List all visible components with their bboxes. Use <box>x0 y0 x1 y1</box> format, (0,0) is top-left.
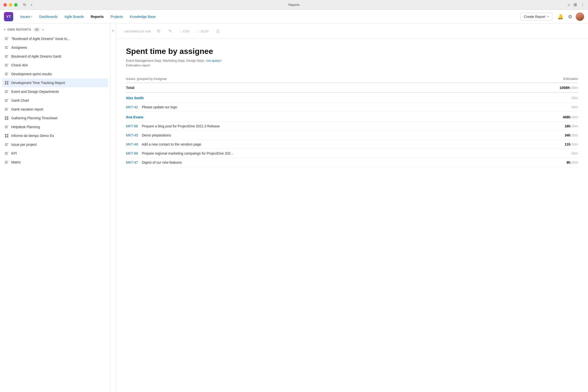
sidebar-item-label: Gathering Planning Timesheet <box>11 116 57 120</box>
issue-row-mkt-46: MKT-46 Add a new contact to the vendors … <box>126 140 578 149</box>
issue-title: Prepare a blog post for ProjectOne 2021.… <box>142 124 220 128</box>
issue-title: Digest of our new features <box>142 160 182 164</box>
minimize-button[interactable] <box>9 3 12 6</box>
sidebar-collapse-icon[interactable]: ▾ <box>4 28 6 31</box>
puzzle-icon[interactable]: ⊞ <box>574 2 577 7</box>
report-icon-lines <box>4 45 9 50</box>
issue-title: Prepare regional marketing campaings for… <box>142 152 234 155</box>
sidebar-item-assignees[interactable]: Assignees <box>2 43 108 52</box>
sidebar-item-helpdesk[interactable]: Helpdesk Planning <box>2 122 108 131</box>
content-toolbar: calculated just now ↻ ✎ ↓ CSV ↓ XLSX ⎙ <box>116 24 588 39</box>
sidebar-item-label: Event and Design Departments <box>11 90 59 94</box>
issue-time: 8h 00m <box>512 158 578 167</box>
issue-id-link-mkt-46[interactable]: MKT-46 <box>126 142 138 146</box>
sidebar-item-gantt-vacation[interactable]: Gantt vacation report <box>2 105 108 114</box>
nav-agile-boards[interactable]: Agile Boards <box>62 13 87 20</box>
create-report-label: Create Report <box>524 15 545 18</box>
sidebar-sort-icon[interactable]: ▾ <box>42 28 44 31</box>
sidebar: ▾ OWN REPORTS 56 ▾ "Boulevard of Agile D… <box>0 24 110 392</box>
col-assignee-header: Issues, grouped by Assignee <box>126 75 512 83</box>
report-icon-lines <box>4 98 9 103</box>
report-icon-lines <box>4 151 9 156</box>
download-xlsx-icon: ↓ <box>198 29 199 33</box>
csv-label: CSV <box>183 30 190 33</box>
sidebar-item-label: Development sprint results <box>11 72 52 76</box>
report-icon-lines <box>4 54 9 58</box>
issue-id-link-mkt-47[interactable]: MKT-47 <box>126 160 138 164</box>
notification-bell-icon[interactable]: 🔔 <box>556 13 564 20</box>
issue-id-link-mkt-86[interactable]: MKT-86 <box>126 124 138 128</box>
report-icon-grid <box>4 134 9 138</box>
sidebar-item-boulevard-gantt[interactable]: Boulevard of Agile Dreams Gantt <box>2 52 108 61</box>
sidebar-item-dev-sprint[interactable]: Development sprint results <box>2 70 108 78</box>
issue-cell: MKT-42 Please update our logo <box>126 103 512 112</box>
sidebar-item-event-design[interactable]: Event and Design Departments <box>2 87 108 96</box>
report-icon-lines <box>4 160 9 164</box>
edit-button[interactable]: ✎ <box>166 28 174 35</box>
settings-icon[interactable]: ⚙ <box>567 13 573 20</box>
report-type: Estimation report <box>126 64 578 67</box>
issue-title: Please update our logo <box>142 105 177 109</box>
search-icon[interactable]: ⌕ <box>568 2 570 7</box>
group-assignee[interactable]: Alex Smith <box>126 92 512 103</box>
window-title: Reports <box>288 3 300 6</box>
sidebar-item-label: Check 404 <box>11 63 28 67</box>
sidebar-item-gathering-planning[interactable]: Gathering Planning Timesheet <box>2 114 108 122</box>
sidebar-list: "Boulevard of Agile Dreams" issue to...A… <box>0 34 110 392</box>
total-minutes: 00m <box>571 86 578 90</box>
report-table: Issues, grouped by Assignee Estimation T… <box>126 75 578 167</box>
sidebar-item-label: Informe de tiempo Demo Es <box>11 134 54 138</box>
issue-cell: MKT-89 Prepare regional marketing campai… <box>126 149 512 158</box>
download-csv-button[interactable]: ↓ CSV <box>178 28 192 34</box>
sidebar-item-dev-time-tracking[interactable]: Development Time Tracking Report <box>2 78 108 87</box>
group-row-alex-smith: Alex Smith 00m <box>126 92 578 103</box>
download-xlsx-button[interactable]: ↓ XLSX <box>196 28 211 34</box>
nav-reports[interactable]: Reports <box>88 13 106 20</box>
sidebar-collapse-button[interactable]: « <box>110 24 116 392</box>
sidebar-item-boulevard-issue[interactable]: "Boulevard of Agile Dreams" issue to... <box>2 34 108 43</box>
issue-id-link-mkt-45[interactable]: MKT-45 <box>126 133 138 137</box>
titlebar-actions: ⌕ ⊞ ⋮ <box>568 2 584 7</box>
group-total: 00m <box>512 92 578 103</box>
group-assignee[interactable]: Ana Evans <box>126 112 512 122</box>
refresh-button[interactable]: ↻ <box>155 28 162 35</box>
nav-dashboards[interactable]: Dashboards <box>36 13 60 20</box>
sidebar-item-matrix[interactable]: Matrix <box>2 158 108 166</box>
issue-time: 16h 00m <box>512 122 578 131</box>
sidebar-item-label: Assignees <box>11 46 27 50</box>
sidebar-item-informe-tiempo[interactable]: Informe de tiempo Demo Es <box>2 131 108 140</box>
back-button[interactable]: ‹ <box>30 2 34 8</box>
sidebar-item-label: Matrix <box>11 160 20 164</box>
no-query-link[interactable]: <no query> <box>206 59 222 62</box>
navbar-icons: 🔔 ⚙ <box>556 12 584 21</box>
reload-button[interactable]: ↻ <box>22 2 28 8</box>
issue-id-link-mkt-42[interactable]: MKT-42 <box>126 105 138 109</box>
edit-icon: ✎ <box>168 28 172 34</box>
sidebar-item-gantt-chart[interactable]: Gantt Chart <box>2 96 108 105</box>
issue-id-link-mkt-89[interactable]: MKT-89 <box>126 152 138 155</box>
user-avatar[interactable] <box>576 12 584 21</box>
create-report-button[interactable]: Create Report ▾ <box>520 13 552 20</box>
more-icon[interactable]: ⋮ <box>580 2 584 7</box>
sidebar-item-issue-per-project[interactable]: Issue per project <box>2 140 108 149</box>
create-report-chevron-icon: ▾ <box>547 15 549 18</box>
main-layout: ▾ OWN REPORTS 56 ▾ "Boulevard of Agile D… <box>0 24 588 392</box>
sidebar-item-kpi[interactable]: KPI <box>2 149 108 158</box>
titlebar-navigation: ‹ › ↻ <box>15 2 28 8</box>
nav-issues[interactable]: Issues ▾ <box>17 13 35 20</box>
sidebar-item-check-404[interactable]: Check 404 <box>2 61 108 70</box>
print-button[interactable]: ⎙ <box>214 28 221 35</box>
print-icon: ⎙ <box>216 29 219 34</box>
issue-row-mkt-45: MKT-45 Demo preparations 34h 00m <box>126 131 578 140</box>
report-icon-lines <box>4 90 9 94</box>
nav-projects[interactable]: Projects <box>108 13 126 20</box>
issue-row-mkt-86: MKT-86 Prepare a blog post for ProjectOn… <box>126 122 578 131</box>
issue-time: 11h 00m <box>512 140 578 149</box>
nav-knowledge-base[interactable]: Knowledge Base <box>127 13 158 20</box>
issue-time: 34h 00m <box>512 131 578 140</box>
forward-button[interactable]: › <box>15 2 19 8</box>
close-button[interactable] <box>4 3 7 6</box>
report-icon-lines <box>4 36 9 41</box>
sidebar-item-label: Boulevard of Agile Dreams Gantt <box>11 54 61 58</box>
report-icon-grid <box>4 80 9 85</box>
